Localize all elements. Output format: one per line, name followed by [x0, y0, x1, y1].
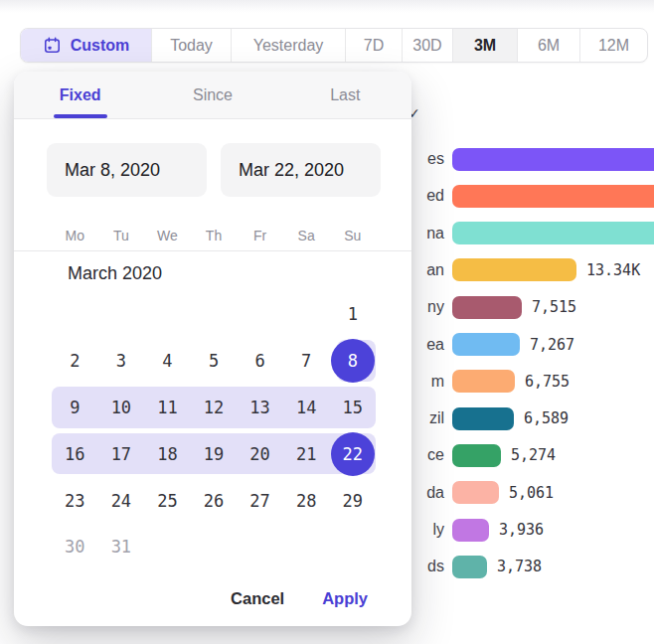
calendar-week-row: 2345678 — [52, 338, 376, 385]
start-date-value: Mar 8, 2020 — [65, 160, 160, 181]
calendar-day-20[interactable]: 20 — [237, 430, 283, 477]
toolbar-item-label: 7D — [364, 37, 384, 55]
chart-bar[interactable] — [452, 333, 520, 356]
calendar-day-3[interactable]: 3 — [98, 338, 145, 385]
calendar-day-15[interactable]: 15 — [329, 385, 376, 431]
calendar-day-14[interactable]: 14 — [283, 385, 330, 431]
calendar-day-12[interactable]: 12 — [191, 385, 238, 431]
datepicker-tabbar: FixedSinceLast — [14, 72, 411, 119]
chart-value-label: 5,061 — [509, 484, 554, 502]
toolbar-item-label: Custom — [71, 37, 130, 55]
calendar-cell-empty — [52, 291, 98, 338]
calendar-week-row: 9101112131415 — [52, 385, 376, 431]
apply-button[interactable]: Apply — [322, 589, 368, 608]
toolbar-item-30d[interactable]: 30D — [403, 29, 453, 62]
toolbar-item-label: Today — [170, 37, 213, 55]
calendar-day-6[interactable]: 6 — [237, 338, 283, 385]
weekday-label-th: Th — [191, 221, 238, 250]
chart-value-label: 3,738 — [497, 558, 542, 575]
weekday-label-mo: Mo — [52, 221, 98, 250]
chart-bar[interactable] — [452, 556, 487, 578]
toolbar-item-yesterday[interactable]: Yesterday — [232, 29, 346, 62]
calendar-day-7[interactable]: 7 — [283, 338, 330, 385]
calendar-cell-empty — [191, 291, 238, 338]
calendar-cell-empty — [144, 524, 191, 570]
calendar-day-26[interactable]: 26 — [191, 477, 238, 524]
toolbar-item-12m[interactable]: 12M — [580, 29, 647, 62]
chart-value-label: 3,936 — [499, 521, 544, 539]
calendar-cell-empty — [283, 524, 330, 570]
calendar-day-8[interactable]: 8 — [329, 338, 376, 385]
tab-fixed[interactable]: Fixed — [14, 72, 146, 118]
chart-bar[interactable] — [452, 185, 654, 208]
toolbar-item-6m[interactable]: 6M — [518, 29, 580, 62]
calendar-cell-empty — [237, 524, 283, 570]
calendar-day-17[interactable]: 17 — [98, 430, 145, 477]
end-date-field[interactable]: Mar 22, 2020 — [221, 143, 381, 197]
calendar-day-28[interactable]: 28 — [283, 477, 330, 524]
chart-bar[interactable] — [452, 481, 499, 504]
calendar-day-10[interactable]: 10 — [98, 385, 145, 431]
chart-bar[interactable] — [452, 407, 514, 430]
calendar-grid: 1234567891011121314151617181920212223242… — [52, 291, 376, 570]
calendar-day-22[interactable]: 22 — [329, 430, 376, 477]
cancel-button[interactable]: Cancel — [231, 589, 284, 608]
weekday-label-su: Su — [329, 221, 376, 250]
chart-bar[interactable] — [452, 370, 515, 393]
chart-bar[interactable] — [452, 148, 654, 171]
chart-value-label: 7,267 — [530, 336, 574, 354]
calendar-week-row: 1 — [52, 291, 376, 338]
calendar-cell-empty — [98, 291, 145, 338]
toolbar-item-label: 6M — [538, 37, 560, 55]
calendar-day-4[interactable]: 4 — [144, 338, 191, 385]
toolbar-item-label: 3M — [474, 37, 496, 55]
calendar-day-13[interactable]: 13 — [237, 385, 283, 431]
calendar-day-18[interactable]: 18 — [144, 430, 191, 477]
calendar-day-19[interactable]: 19 — [191, 430, 238, 477]
calendar-week-row: 23242526272829 — [52, 477, 376, 524]
calendar-day-25[interactable]: 25 — [144, 477, 191, 524]
chart-bar[interactable] — [452, 519, 489, 542]
chart-value-label: 6,589 — [524, 409, 569, 427]
calendar-cell-empty — [329, 524, 376, 570]
chart-bar[interactable] — [452, 258, 576, 281]
calendar-cell-empty — [144, 291, 191, 338]
active-tab-underline — [54, 114, 107, 118]
start-date-field[interactable]: Mar 8, 2020 — [47, 143, 207, 197]
date-range-toolbar: CustomTodayYesterday7D30D3M6M12M — [20, 28, 648, 63]
calendar-day-2[interactable]: 2 — [52, 338, 98, 385]
calendar-day-5[interactable]: 5 — [191, 338, 238, 385]
calendar-day-9[interactable]: 9 — [52, 385, 98, 431]
divider — [14, 250, 411, 251]
calendar-day-24[interactable]: 24 — [98, 477, 145, 524]
calendar-day-30[interactable]: 30 — [52, 524, 98, 570]
calendar-day-1[interactable]: 1 — [329, 291, 376, 338]
tab-since[interactable]: Since — [146, 72, 278, 118]
chart-value-label: 13.34K — [586, 261, 640, 279]
toolbar-item-label: 12M — [598, 37, 629, 55]
end-date-value: Mar 22, 2020 — [239, 160, 344, 181]
calendar-day-16[interactable]: 16 — [52, 430, 98, 477]
calendar-day-27[interactable]: 27 — [237, 477, 283, 524]
toolbar-item-3m[interactable]: 3M — [453, 29, 518, 62]
chart-bar[interactable] — [452, 296, 522, 319]
calendar-day-21[interactable]: 21 — [283, 430, 330, 477]
datepicker-footer: Cancel Apply — [14, 578, 411, 618]
weekday-header-row: MoTuWeThFrSaSu — [52, 221, 376, 250]
weekday-label-we: We — [144, 221, 191, 250]
toolbar-item-today[interactable]: Today — [152, 29, 232, 62]
calendar-day-31[interactable]: 31 — [98, 524, 145, 570]
chart-bar[interactable] — [452, 444, 501, 467]
tab-last[interactable]: Last — [279, 72, 411, 118]
calendar-day-23[interactable]: 23 — [52, 477, 98, 524]
toolbar-item-custom[interactable]: Custom — [21, 29, 152, 62]
calendar-day-11[interactable]: 11 — [144, 385, 191, 431]
weekday-label-tu: Tu — [98, 221, 145, 250]
chart-value-label: 7,515 — [532, 298, 576, 316]
chart-bar[interactable] — [452, 222, 654, 244]
chart-value-label: 5,274 — [511, 446, 556, 464]
calendar-day-29[interactable]: 29 — [329, 477, 376, 524]
toolbar-item-label: Yesterday — [253, 37, 324, 55]
toolbar-item-7d[interactable]: 7D — [346, 29, 403, 62]
calendar-icon — [43, 36, 62, 55]
